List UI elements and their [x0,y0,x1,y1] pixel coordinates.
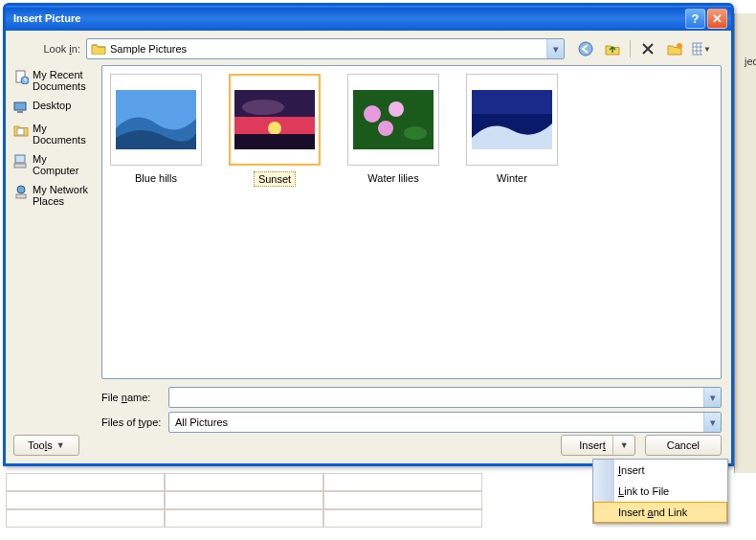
svg-rect-10 [17,111,23,113]
window-title: Insert Picture [13,12,683,24]
place-label: My Documents [33,123,96,146]
svg-rect-20 [234,134,315,149]
lookin-combo[interactable]: Sample Pictures ▾ [86,38,565,59]
filename-field[interactable]: ▾ [168,387,722,408]
thumb-image [234,90,315,149]
place-label: My Network Places [33,184,96,207]
places-desktop[interactable]: Desktop [11,96,98,119]
menu-item-link-to-file[interactable]: Link to File [593,481,727,502]
tools-button[interactable]: Tools▼ [13,435,79,456]
insert-button[interactable]: Insert ▼ [561,435,634,456]
place-label: My Recent Documents [33,69,96,92]
up-folder-icon[interactable] [603,39,622,58]
filetype-row: Files of type: All Pictures ▾ [101,412,722,433]
documents-icon [13,123,29,138]
background-panel: jec [734,13,756,473]
computer-icon [13,153,29,169]
place-label: My Computer [33,153,96,176]
files-area[interactable]: Blue hills Sunset Water lilies Winter [101,65,722,379]
svg-point-24 [389,101,404,117]
svg-rect-15 [16,194,26,198]
svg-point-25 [378,121,393,136]
insert-dropdown-menu: Insert Link to File Insert and Link [592,459,728,524]
help-button[interactable]: ? [685,9,705,29]
network-icon [13,184,29,199]
svg-point-1 [677,43,682,49]
svg-point-19 [268,122,281,135]
filetype-value: All Pictures [175,416,228,428]
lookin-dropdown-button[interactable]: ▾ [546,39,564,58]
thumb-blue-hills[interactable]: Blue hills [110,74,202,185]
cancel-button[interactable]: Cancel [645,435,722,456]
views-icon[interactable]: ▼ [692,39,711,58]
svg-rect-13 [14,164,26,168]
cancel-label: Cancel [667,439,700,451]
svg-point-21 [242,100,284,115]
thumb-image [116,90,196,149]
desktop-icon [13,100,29,115]
thumb-water-lilies[interactable]: Water lilies [347,74,439,185]
filetype-dropdown-button[interactable]: ▾ [703,413,721,432]
places-my-network[interactable]: My Network Places [11,180,98,211]
places-recent[interactable]: My Recent Documents [11,65,98,96]
folder-icon [91,42,106,56]
places-bar: My Recent Documents Desktop My Documents… [11,65,98,433]
filetype-label: Files of type: [101,416,168,428]
thumb-winter[interactable]: Winter [466,74,558,185]
thumb-image [353,90,434,149]
place-label: Desktop [33,100,71,111]
svg-point-26 [404,126,427,140]
filename-row: File name: ▾ [101,387,722,408]
svg-rect-2 [693,43,702,55]
svg-point-0 [579,42,592,56]
separator [612,436,613,455]
new-folder-icon[interactable] [665,39,684,58]
bottom-buttons: Tools▼ Insert ▼ Cancel [13,435,722,456]
svg-rect-11 [17,128,24,135]
filename-dropdown-button[interactable]: ▾ [703,388,721,407]
svg-point-23 [364,105,381,123]
lookin-row: Look in: Sample Pictures ▾ ▼ [15,38,722,59]
menu-item-insert[interactable]: Insert [593,460,727,481]
places-my-documents[interactable]: My Documents [11,119,98,149]
recent-docs-icon [13,69,29,84]
titlebar[interactable]: Insert Picture ? ✕ [6,6,731,31]
svg-rect-22 [353,90,434,149]
close-button[interactable]: ✕ [707,9,727,29]
insert-picture-dialog: Insert Picture ? ✕ Look in: Sample Pictu… [3,3,734,466]
chevron-down-icon: ▼ [56,440,65,450]
lookin-label: Look in: [15,43,86,55]
separator [630,40,631,57]
thumb-frame [110,74,202,166]
thumb-label: Sunset [254,171,296,187]
bg-text: jec [745,56,756,67]
svg-point-14 [17,186,25,193]
thumb-image [472,90,552,149]
lookin-value: Sample Pictures [110,43,187,55]
places-my-computer[interactable]: My Computer [11,149,98,180]
svg-rect-28 [472,90,552,114]
dialog-body: Look in: Sample Pictures ▾ ▼ [6,31,731,463]
delete-icon[interactable] [638,39,657,58]
thumb-label: Winter [493,171,531,185]
svg-rect-9 [14,102,26,110]
filetype-field[interactable]: All Pictures ▾ [168,412,722,433]
back-icon[interactable] [576,39,595,58]
thumb-frame [347,74,439,166]
toolbar-icons: ▼ [576,39,711,58]
chevron-down-icon: ▼ [620,440,629,450]
svg-rect-12 [15,155,25,163]
thumb-label: Blue hills [131,171,181,185]
thumb-frame [229,74,321,166]
filename-label: File name: [101,392,168,403]
thumb-frame [466,74,558,166]
thumb-sunset[interactable]: Sunset [229,74,321,187]
menu-item-insert-and-link[interactable]: Insert and Link [593,502,727,523]
thumb-label: Water lilies [364,171,422,185]
